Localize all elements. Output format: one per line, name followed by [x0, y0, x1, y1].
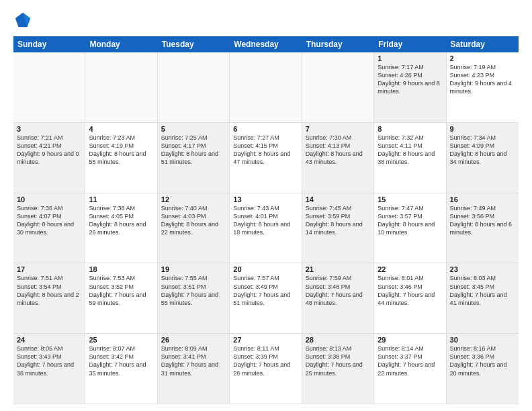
- day-number: 30: [450, 336, 515, 344]
- cell-sun-info: Sunrise: 7:59 AM Sunset: 3:48 PM Dayligh…: [306, 274, 370, 307]
- calendar-cell: 12Sunrise: 7:40 AM Sunset: 4:03 PM Dayli…: [158, 193, 230, 263]
- cell-sun-info: Sunrise: 8:16 AM Sunset: 3:36 PM Dayligh…: [450, 345, 515, 377]
- calendar-cell: 19Sunrise: 7:55 AM Sunset: 3:51 PM Dayli…: [158, 263, 230, 333]
- calendar: SundayMondayTuesdayWednesdayThursdayFrid…: [13, 36, 519, 404]
- day-of-week-header: Friday: [374, 36, 446, 52]
- calendar-cell: [85, 52, 157, 122]
- day-of-week-header: Tuesday: [158, 36, 230, 52]
- calendar-cell: [158, 52, 230, 122]
- calendar-row: 17Sunrise: 7:51 AM Sunset: 3:54 PM Dayli…: [13, 263, 519, 334]
- calendar-cell: 1Sunrise: 7:17 AM Sunset: 4:26 PM Daylig…: [374, 52, 446, 122]
- day-number: 16: [450, 195, 515, 203]
- cell-sun-info: Sunrise: 7:23 AM Sunset: 4:19 PM Dayligh…: [89, 134, 153, 167]
- cell-sun-info: Sunrise: 7:19 AM Sunset: 4:23 PM Dayligh…: [450, 63, 515, 96]
- calendar-cell: 28Sunrise: 8:13 AM Sunset: 3:38 PM Dayli…: [302, 334, 374, 404]
- calendar-cell: 7Sunrise: 7:30 AM Sunset: 4:13 PM Daylig…: [302, 123, 374, 193]
- day-number: 6: [233, 125, 298, 133]
- day-of-week-header: Sunday: [13, 36, 85, 52]
- calendar-body: 1Sunrise: 7:17 AM Sunset: 4:26 PM Daylig…: [13, 52, 519, 404]
- cell-sun-info: Sunrise: 7:43 AM Sunset: 4:01 PM Dayligh…: [233, 204, 298, 237]
- calendar-cell: 25Sunrise: 8:07 AM Sunset: 3:42 PM Dayli…: [85, 334, 157, 404]
- calendar-cell: 24Sunrise: 8:05 AM Sunset: 3:43 PM Dayli…: [13, 334, 85, 404]
- day-number: 25: [89, 336, 153, 344]
- header: [13, 11, 519, 30]
- cell-sun-info: Sunrise: 8:03 AM Sunset: 3:45 PM Dayligh…: [450, 274, 515, 307]
- calendar-cell: 20Sunrise: 7:57 AM Sunset: 3:49 PM Dayli…: [230, 263, 302, 333]
- calendar-cell: [13, 52, 85, 122]
- day-of-week-header: Monday: [85, 36, 157, 52]
- calendar-cell: [230, 52, 302, 122]
- calendar-row: 10Sunrise: 7:36 AM Sunset: 4:07 PM Dayli…: [13, 193, 519, 264]
- day-number: 29: [378, 336, 442, 344]
- calendar-cell: 17Sunrise: 7:51 AM Sunset: 3:54 PM Dayli…: [13, 263, 85, 333]
- calendar-cell: 5Sunrise: 7:25 AM Sunset: 4:17 PM Daylig…: [158, 123, 230, 193]
- calendar-cell: 27Sunrise: 8:11 AM Sunset: 3:39 PM Dayli…: [230, 334, 302, 404]
- day-number: 5: [161, 125, 226, 133]
- cell-sun-info: Sunrise: 7:55 AM Sunset: 3:51 PM Dayligh…: [161, 274, 226, 307]
- day-number: 8: [378, 125, 442, 133]
- day-number: 1: [378, 54, 442, 62]
- calendar-cell: 10Sunrise: 7:36 AM Sunset: 4:07 PM Dayli…: [13, 193, 85, 263]
- calendar-cell: 29Sunrise: 8:14 AM Sunset: 3:37 PM Dayli…: [374, 334, 446, 404]
- cell-sun-info: Sunrise: 7:49 AM Sunset: 3:56 PM Dayligh…: [450, 204, 515, 237]
- page: SundayMondayTuesdayWednesdayThursdayFrid…: [0, 0, 532, 411]
- calendar-row: 24Sunrise: 8:05 AM Sunset: 3:43 PM Dayli…: [13, 334, 519, 404]
- day-number: 10: [17, 195, 81, 203]
- cell-sun-info: Sunrise: 7:30 AM Sunset: 4:13 PM Dayligh…: [306, 134, 370, 167]
- day-number: 11: [89, 195, 153, 203]
- day-number: 3: [17, 125, 81, 133]
- calendar-cell: 6Sunrise: 7:27 AM Sunset: 4:15 PM Daylig…: [230, 123, 302, 193]
- day-number: 27: [233, 336, 298, 344]
- day-number: 21: [306, 265, 370, 273]
- cell-sun-info: Sunrise: 7:47 AM Sunset: 3:57 PM Dayligh…: [378, 204, 442, 237]
- cell-sun-info: Sunrise: 7:21 AM Sunset: 4:21 PM Dayligh…: [17, 134, 81, 167]
- cell-sun-info: Sunrise: 7:38 AM Sunset: 4:05 PM Dayligh…: [89, 204, 153, 237]
- day-of-week-header: Thursday: [302, 36, 374, 52]
- calendar-cell: 26Sunrise: 8:09 AM Sunset: 3:41 PM Dayli…: [158, 334, 230, 404]
- cell-sun-info: Sunrise: 7:45 AM Sunset: 3:59 PM Dayligh…: [306, 204, 370, 237]
- logo: [13, 11, 35, 30]
- cell-sun-info: Sunrise: 8:05 AM Sunset: 3:43 PM Dayligh…: [17, 345, 81, 377]
- calendar-cell: 4Sunrise: 7:23 AM Sunset: 4:19 PM Daylig…: [85, 123, 157, 193]
- calendar-cell: [302, 52, 374, 122]
- logo-icon: [13, 11, 32, 30]
- cell-sun-info: Sunrise: 7:34 AM Sunset: 4:09 PM Dayligh…: [450, 134, 515, 167]
- calendar-cell: 14Sunrise: 7:45 AM Sunset: 3:59 PM Dayli…: [302, 193, 374, 263]
- calendar-row: 1Sunrise: 7:17 AM Sunset: 4:26 PM Daylig…: [13, 52, 519, 123]
- cell-sun-info: Sunrise: 7:25 AM Sunset: 4:17 PM Dayligh…: [161, 134, 226, 167]
- cell-sun-info: Sunrise: 7:32 AM Sunset: 4:11 PM Dayligh…: [378, 134, 442, 167]
- day-number: 26: [161, 336, 226, 344]
- calendar-cell: 3Sunrise: 7:21 AM Sunset: 4:21 PM Daylig…: [13, 123, 85, 193]
- day-number: 4: [89, 125, 153, 133]
- calendar-cell: 9Sunrise: 7:34 AM Sunset: 4:09 PM Daylig…: [447, 123, 519, 193]
- calendar-cell: 21Sunrise: 7:59 AM Sunset: 3:48 PM Dayli…: [302, 263, 374, 333]
- day-number: 7: [306, 125, 370, 133]
- day-number: 15: [378, 195, 442, 203]
- calendar-cell: 30Sunrise: 8:16 AM Sunset: 3:36 PM Dayli…: [447, 334, 519, 404]
- day-of-week-header: Wednesday: [230, 36, 302, 52]
- calendar-header: SundayMondayTuesdayWednesdayThursdayFrid…: [13, 36, 519, 52]
- day-number: 12: [161, 195, 226, 203]
- day-number: 17: [17, 265, 81, 273]
- cell-sun-info: Sunrise: 7:27 AM Sunset: 4:15 PM Dayligh…: [233, 134, 298, 167]
- day-number: 9: [450, 125, 515, 133]
- calendar-cell: 22Sunrise: 8:01 AM Sunset: 3:46 PM Dayli…: [374, 263, 446, 333]
- calendar-cell: 2Sunrise: 7:19 AM Sunset: 4:23 PM Daylig…: [447, 52, 519, 122]
- day-number: 2: [450, 54, 515, 62]
- calendar-row: 3Sunrise: 7:21 AM Sunset: 4:21 PM Daylig…: [13, 123, 519, 193]
- calendar-cell: 16Sunrise: 7:49 AM Sunset: 3:56 PM Dayli…: [447, 193, 519, 263]
- cell-sun-info: Sunrise: 7:36 AM Sunset: 4:07 PM Dayligh…: [17, 204, 81, 237]
- cell-sun-info: Sunrise: 7:40 AM Sunset: 4:03 PM Dayligh…: [161, 204, 226, 237]
- day-number: 19: [161, 265, 226, 273]
- day-of-week-header: Saturday: [447, 36, 519, 52]
- calendar-cell: 23Sunrise: 8:03 AM Sunset: 3:45 PM Dayli…: [447, 263, 519, 333]
- calendar-cell: 18Sunrise: 7:53 AM Sunset: 3:52 PM Dayli…: [85, 263, 157, 333]
- cell-sun-info: Sunrise: 8:14 AM Sunset: 3:37 PM Dayligh…: [378, 345, 442, 377]
- cell-sun-info: Sunrise: 8:09 AM Sunset: 3:41 PM Dayligh…: [161, 345, 226, 377]
- day-number: 22: [378, 265, 442, 273]
- day-number: 13: [233, 195, 298, 203]
- cell-sun-info: Sunrise: 7:53 AM Sunset: 3:52 PM Dayligh…: [89, 274, 153, 307]
- cell-sun-info: Sunrise: 7:17 AM Sunset: 4:26 PM Dayligh…: [378, 63, 442, 96]
- calendar-cell: 11Sunrise: 7:38 AM Sunset: 4:05 PM Dayli…: [85, 193, 157, 263]
- cell-sun-info: Sunrise: 8:11 AM Sunset: 3:39 PM Dayligh…: [233, 345, 298, 377]
